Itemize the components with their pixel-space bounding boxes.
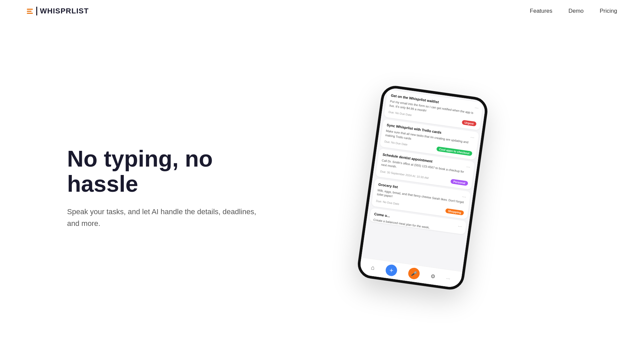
navbar: WHISPRLIST Features Demo Pricing bbox=[0, 0, 644, 22]
task-due-1: Due: No Due Date bbox=[388, 110, 412, 117]
task-tag-4[interactable]: Shopping bbox=[445, 208, 464, 216]
task-due-4: Due: No Due Date bbox=[376, 199, 399, 206]
hero-text-block: No typing, no hassle Speak your tasks, a… bbox=[67, 146, 268, 229]
mic-button[interactable]: 🎤 bbox=[408, 267, 420, 280]
more-icon[interactable]: ··· bbox=[446, 276, 451, 281]
task-due-2: Due: No Due Date bbox=[384, 140, 408, 146]
hero-section: No typing, no hassle Speak your tasks, a… bbox=[0, 0, 644, 362]
task-tag-3[interactable]: Personal bbox=[450, 179, 468, 186]
logo-text: WHISPRLIST bbox=[36, 7, 89, 15]
task-list: Get on the Whisprlist waitlist ··· Put m… bbox=[361, 87, 486, 272]
task-dots-4[interactable]: ··· bbox=[462, 194, 467, 199]
add-button[interactable]: + bbox=[385, 264, 398, 277]
nav-demo[interactable]: Demo bbox=[569, 8, 584, 14]
task-dots-5[interactable]: ··· bbox=[458, 224, 463, 229]
task-dots-1[interactable]: ··· bbox=[474, 105, 479, 110]
nav-features[interactable]: Features bbox=[530, 8, 552, 14]
logo-link[interactable]: WHISPRLIST bbox=[27, 7, 89, 15]
phone-wrapper: Get on the Whisprlist waitlist ··· Put m… bbox=[268, 90, 617, 285]
hero-title: No typing, no hassle bbox=[67, 146, 268, 196]
hero-subtitle: Speak your tasks, and let AI handle the … bbox=[67, 206, 268, 229]
phone-mockup: Get on the Whisprlist waitlist ··· Put m… bbox=[356, 84, 489, 292]
nav-links: Features Demo Pricing bbox=[530, 8, 617, 14]
phone-screen: Get on the Whisprlist waitlist ··· Put m… bbox=[359, 87, 486, 289]
nav-pricing[interactable]: Pricing bbox=[600, 8, 617, 14]
task-dots-3[interactable]: ··· bbox=[466, 164, 471, 169]
settings-icon[interactable]: ⚙ bbox=[430, 273, 436, 280]
home-icon[interactable]: ⌂ bbox=[371, 264, 375, 272]
logo-icon bbox=[27, 9, 33, 14]
task-dots-2[interactable]: ··· bbox=[470, 135, 475, 140]
task-tag-1[interactable]: Urgent bbox=[462, 120, 477, 127]
